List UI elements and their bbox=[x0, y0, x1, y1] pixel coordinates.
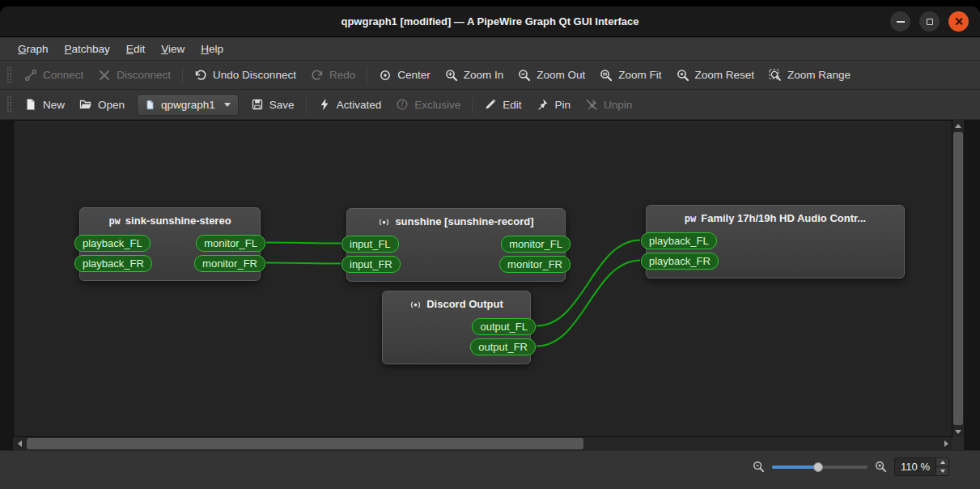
unpin-label: Unpin bbox=[604, 99, 632, 111]
edit-button[interactable]: Edit bbox=[477, 93, 528, 116]
arrow-left-icon bbox=[18, 440, 22, 447]
patchbay-selector[interactable]: qpwgraph1 bbox=[137, 94, 239, 116]
arrow-up-icon bbox=[955, 124, 961, 128]
zoom-slider-handle[interactable] bbox=[813, 462, 823, 472]
toolbar-separator bbox=[306, 96, 307, 113]
port-monitor-fr[interactable]: monitor_FR bbox=[499, 256, 571, 273]
connection-monitor-fl-input-fl[interactable] bbox=[266, 243, 341, 244]
close-button[interactable] bbox=[948, 11, 969, 32]
minimize-icon bbox=[897, 21, 905, 23]
exclusive-label: Exclusive bbox=[414, 99, 460, 111]
center-icon bbox=[379, 69, 392, 82]
vertical-scrollbar-thumb[interactable] bbox=[953, 132, 963, 425]
scroll-right-button[interactable] bbox=[940, 437, 952, 450]
port-monitor-fl[interactable]: monitor_FL bbox=[196, 235, 265, 252]
port-monitor-fr[interactable]: monitor_FR bbox=[194, 255, 265, 272]
port-row: output_FL bbox=[383, 317, 530, 337]
pipewire-icon: pw bbox=[685, 214, 696, 223]
graph-toolbar: Connect Disconnect Undo Disconnect Redo … bbox=[0, 61, 980, 90]
statusbar: 110 % bbox=[0, 450, 980, 489]
connect-button[interactable]: Connect bbox=[17, 64, 91, 87]
save-label: Save bbox=[269, 99, 295, 111]
toolbar-grip[interactable] bbox=[6, 66, 12, 84]
zoom-fit-icon bbox=[600, 69, 613, 82]
pin-button[interactable]: Pin bbox=[528, 93, 578, 116]
exclusive-button[interactable]: f Exclusive bbox=[388, 93, 468, 116]
menu-help[interactable]: Help bbox=[193, 40, 231, 58]
open-button[interactable]: Open bbox=[72, 93, 132, 116]
center-button[interactable]: Center bbox=[371, 64, 438, 87]
spin-buttons bbox=[935, 458, 948, 475]
menu-edit[interactable]: Edit bbox=[118, 40, 153, 58]
zoom-spinbox[interactable]: 110 % bbox=[894, 457, 949, 476]
zoom-out-label: Zoom Out bbox=[537, 69, 585, 81]
toolbar-separator bbox=[367, 67, 367, 83]
menu-patchbay[interactable]: Patchbay bbox=[57, 40, 118, 58]
node-title-text: sink-sunshine-stereo bbox=[125, 212, 231, 230]
zoom-value: 110 % bbox=[895, 461, 935, 473]
zoom-slider[interactable] bbox=[772, 461, 868, 474]
zoom-out-small-icon[interactable] bbox=[753, 461, 765, 473]
new-button[interactable]: New bbox=[17, 93, 72, 116]
undo-disconnect-button[interactable]: Undo Disconnect bbox=[187, 64, 303, 87]
toolbar-separator bbox=[182, 67, 183, 83]
scroll-left-button[interactable] bbox=[13, 437, 26, 450]
redo-button[interactable]: Redo bbox=[303, 64, 363, 87]
file-toolbar: New Open qpwgraph1 Save Activated f Excl… bbox=[0, 90, 980, 120]
node-title-text: Family 17h/19h HD Audio Contr... bbox=[701, 210, 866, 227]
scroll-up-button[interactable] bbox=[952, 120, 964, 131]
port-output-fr[interactable]: output_FR bbox=[470, 338, 536, 355]
port-input-fr[interactable]: input_FR bbox=[342, 256, 401, 273]
port-playback-fr[interactable]: playback_FR bbox=[74, 255, 152, 272]
vertical-scrollbar[interactable] bbox=[952, 120, 964, 437]
spin-down-button[interactable] bbox=[936, 467, 948, 475]
spin-up-button[interactable] bbox=[936, 458, 948, 467]
maximize-icon bbox=[927, 19, 933, 25]
minimize-button[interactable] bbox=[890, 11, 910, 32]
node-sunshine-record[interactable]: sunshine [sunshine-record] input_FL moni… bbox=[346, 208, 566, 282]
port-output-fl[interactable]: output_FL bbox=[472, 318, 536, 335]
chevron-down-icon bbox=[224, 103, 231, 107]
horizontal-scrollbar[interactable] bbox=[13, 437, 952, 450]
graph-canvas[interactable]: pw sink-sunshine-stereo playback_FL moni… bbox=[13, 120, 952, 437]
zoom-in-small-icon[interactable] bbox=[875, 461, 887, 473]
horizontal-scrollbar-thumb[interactable] bbox=[27, 438, 583, 449]
edit-pencil-icon bbox=[484, 98, 497, 111]
toolbar-grip[interactable] bbox=[6, 96, 12, 113]
port-row: playback_FL bbox=[647, 231, 904, 251]
connection-monitor-fr-input-fr[interactable] bbox=[266, 263, 341, 264]
unpin-button[interactable]: Unpin bbox=[578, 93, 639, 116]
arrow-up-icon bbox=[940, 461, 945, 464]
port-row: input_FR monitor_FR bbox=[347, 254, 565, 274]
center-label: Center bbox=[397, 69, 431, 81]
menu-view[interactable]: View bbox=[153, 40, 193, 58]
node-discord-output[interactable]: Discord Output output_FL output_FR bbox=[382, 291, 531, 364]
zoom-range-icon bbox=[769, 69, 782, 82]
port-playback-fl[interactable]: playback_FL bbox=[74, 235, 151, 252]
node-sink-sunshine-stereo[interactable]: pw sink-sunshine-stereo playback_FL moni… bbox=[79, 207, 261, 281]
zoom-fit-button[interactable]: Zoom Fit bbox=[592, 64, 668, 87]
zoom-reset-label: Zoom Reset bbox=[695, 69, 755, 81]
node-title-text: Discord Output bbox=[426, 296, 503, 313]
zoom-range-button[interactable]: Zoom Range bbox=[762, 64, 858, 87]
port-input-fl[interactable]: input_FL bbox=[342, 236, 399, 253]
arrow-down-icon bbox=[955, 430, 961, 434]
zoom-fit-label: Zoom Fit bbox=[618, 69, 661, 81]
scroll-down-button[interactable] bbox=[952, 426, 964, 437]
port-playback-fl[interactable]: playback_FL bbox=[641, 232, 717, 249]
zoom-range-label: Zoom Range bbox=[787, 69, 851, 81]
port-monitor-fl[interactable]: monitor_FL bbox=[501, 236, 571, 253]
save-button[interactable]: Save bbox=[244, 93, 302, 116]
node-family-hd-audio[interactable]: pw Family 17h/19h HD Audio Contr... play… bbox=[646, 205, 905, 279]
zoom-in-button[interactable]: Zoom In bbox=[438, 64, 511, 87]
activated-button[interactable]: Activated bbox=[311, 93, 389, 116]
zoom-out-button[interactable]: Zoom Out bbox=[511, 64, 592, 87]
toolbar-separator bbox=[472, 96, 473, 113]
maximize-button[interactable] bbox=[919, 11, 940, 32]
port-playback-fr[interactable]: playback_FR bbox=[641, 253, 719, 270]
zoom-reset-button[interactable]: Zoom Reset bbox=[669, 64, 762, 87]
menu-graph[interactable]: Graph bbox=[10, 40, 57, 58]
activated-bolt-icon bbox=[318, 98, 331, 111]
undo-disconnect-label: Undo Disconnect bbox=[213, 69, 296, 81]
disconnect-button[interactable]: Disconnect bbox=[91, 64, 178, 87]
